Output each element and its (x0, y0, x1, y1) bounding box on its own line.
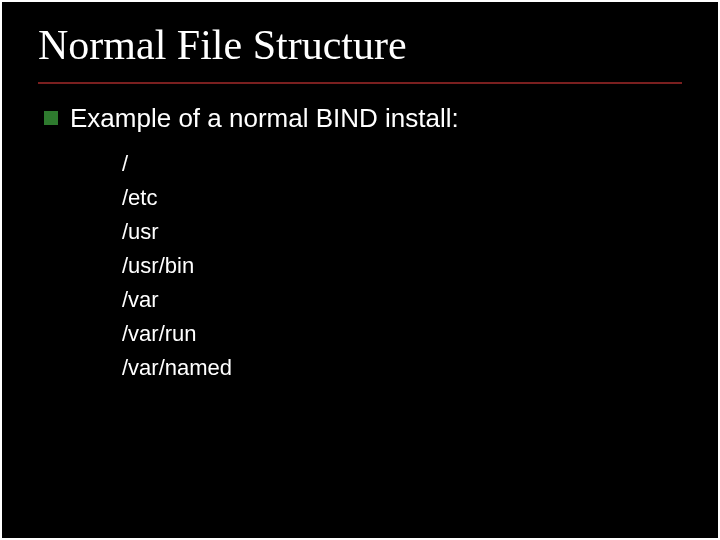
slide-body: Example of a normal BIND install: / /etc… (38, 102, 682, 385)
slide: Normal File Structure Example of a norma… (0, 0, 720, 540)
list-item: / (122, 147, 682, 181)
list-item: /usr (122, 215, 682, 249)
list-item: /var/named (122, 351, 682, 385)
title-underline (38, 82, 682, 84)
list-item: /usr/bin (122, 249, 682, 283)
bullet-point-text: Example of a normal BIND install: (70, 102, 459, 135)
list-item: /var/run (122, 317, 682, 351)
bullet-point: Example of a normal BIND install: (44, 102, 682, 135)
square-bullet-icon (44, 111, 58, 125)
list-item: /etc (122, 181, 682, 215)
path-list: / /etc /usr /usr/bin /var /var/run /var/… (122, 147, 682, 386)
list-item: /var (122, 283, 682, 317)
slide-title: Normal File Structure (38, 22, 682, 74)
